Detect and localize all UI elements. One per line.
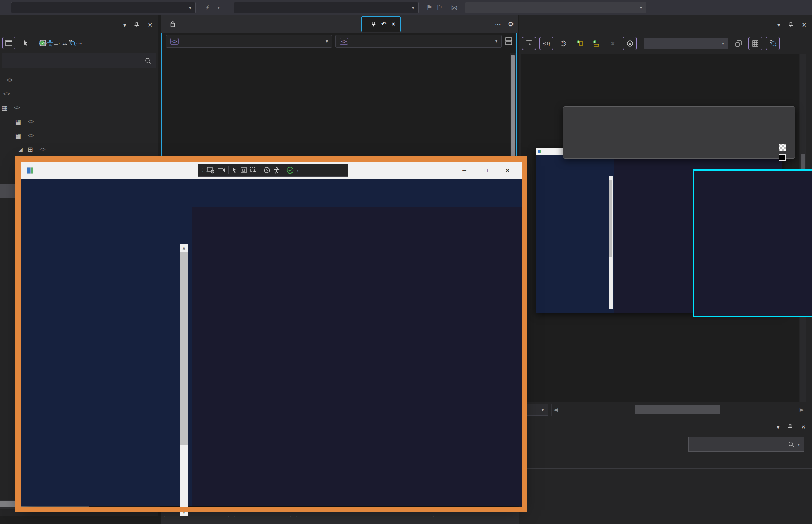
preview-mini-app-window xyxy=(536,148,782,313)
tree-row[interactable]: ▦ <> xyxy=(0,128,158,142)
pin-icon[interactable] xyxy=(787,424,793,430)
binding-error-search-input[interactable]: ▾ xyxy=(688,437,804,452)
mini-content xyxy=(614,155,782,313)
content-header-bar xyxy=(192,179,522,207)
tab-accessibility-checker[interactable] xyxy=(164,516,229,524)
hot-reload-settings-icon[interactable] xyxy=(207,167,214,174)
show-selection-button[interactable] xyxy=(522,37,536,50)
preview-zoom-dropdown[interactable]: ▼ xyxy=(521,404,548,416)
hot-reload-icon[interactable] xyxy=(263,167,270,174)
add-guide-ruler-button[interactable] xyxy=(590,37,603,50)
app-icon xyxy=(538,150,541,153)
tab-sample21-active[interactable]: ↶ ✕ xyxy=(361,16,401,32)
search-icon[interactable] xyxy=(788,441,794,447)
focus-preview-button[interactable] xyxy=(623,37,637,50)
select-window-button[interactable] xyxy=(2,37,15,49)
close-icon[interactable]: ✕ xyxy=(391,21,396,28)
palette-icon[interactable] xyxy=(557,37,570,50)
chevron-down-icon[interactable]: ▾ xyxy=(777,424,780,431)
app-icon xyxy=(27,167,33,174)
track-selected-element-button[interactable]: {} ↔ ⋯ xyxy=(54,37,66,49)
drag-handle[interactable]: ⋮⋮ xyxy=(201,169,204,171)
select-element-cursor-button[interactable] xyxy=(20,37,32,49)
bowtie-icon: ⋈ xyxy=(451,3,458,12)
border-element-icon: ▦ xyxy=(15,132,21,139)
scroll-right-icon[interactable]: ▶ xyxy=(800,407,804,412)
tooltip-title xyxy=(569,110,789,121)
preview-selection-button[interactable] xyxy=(54,37,61,49)
search-icon[interactable] xyxy=(145,58,151,64)
chevron-down-icon[interactable]: ▾ xyxy=(797,442,800,447)
track-selection-icon[interactable] xyxy=(250,167,257,173)
tree-row[interactable]: <> xyxy=(0,87,158,101)
show-grid-button[interactable] xyxy=(748,37,762,50)
tab-storyboard[interactable] xyxy=(161,15,181,33)
svg-text:}: } xyxy=(548,41,550,47)
gear-icon[interactable]: ⚙ xyxy=(508,20,514,28)
preview-toolbar: {} ✕ ▾ xyxy=(519,35,812,52)
breadcrumb-dropdown-right[interactable]: <> ▾ xyxy=(335,35,502,48)
debug-toolbar: ▾ ⚡ ▾ ▾ ⚑ ⚐ ⋈ ▾ xyxy=(0,0,812,15)
flag-icon[interactable]: ⚑ xyxy=(426,3,432,12)
tree-row[interactable]: <> xyxy=(0,73,158,87)
add-guide-column-button[interactable] xyxy=(573,37,586,50)
accessibility-icon[interactable] xyxy=(273,167,280,174)
camera-icon[interactable] xyxy=(218,167,225,173)
live-tree-search-input[interactable] xyxy=(2,53,156,68)
remove-guides-button[interactable]: ✕ xyxy=(606,37,619,50)
wrench-search-button[interactable] xyxy=(68,37,76,49)
tree-row[interactable]: ◢ ⊞ <> xyxy=(0,142,158,156)
close-icon[interactable]: ✕ xyxy=(147,22,152,28)
app-content xyxy=(192,179,522,506)
undo-icon[interactable]: ↶ xyxy=(381,20,386,28)
wrench-search-button[interactable] xyxy=(766,37,780,50)
display-adorners-icon[interactable] xyxy=(241,167,247,173)
scrollbar-thumb[interactable] xyxy=(635,405,720,414)
pin-icon[interactable] xyxy=(371,21,377,27)
pin-icon[interactable] xyxy=(134,22,140,28)
xaml-hot-reload-ok-icon[interactable]: {} xyxy=(38,37,47,49)
chevron-down-icon[interactable]: ▾ xyxy=(777,22,780,28)
maximize-button[interactable]: □ xyxy=(477,162,495,179)
scrollbar-thumb[interactable] xyxy=(180,252,188,445)
chevron-down-icon[interactable]: ▾ xyxy=(123,22,126,28)
scroll-left-icon[interactable]: ◀ xyxy=(554,407,558,412)
tab-overflow-button[interactable]: ⋯ xyxy=(495,20,501,28)
minimize-button[interactable]: – xyxy=(455,162,473,179)
editor-tab-bar: ↶ ✕ ⋯ ⚙ xyxy=(161,15,518,33)
scroll-down-icon[interactable]: ∨ xyxy=(180,509,188,515)
close-icon[interactable]: ✕ xyxy=(802,22,807,28)
tab-empty[interactable] xyxy=(296,516,434,524)
in-app-debug-toolbar: ⋮⋮ ‹ xyxy=(198,164,348,177)
mini-scrollbar[interactable] xyxy=(609,176,613,309)
breadcrumb-dropdown-left[interactable]: <> ▾ xyxy=(166,35,332,48)
process-dropdown[interactable]: ▾ xyxy=(11,2,196,13)
select-element-cursor-icon[interactable] xyxy=(232,167,238,173)
lock-icon xyxy=(170,21,175,27)
pin-icon[interactable] xyxy=(788,22,794,28)
tree-row[interactable]: ▦ <> xyxy=(0,115,158,128)
preview-window-dropdown[interactable]: ▾ xyxy=(644,38,728,49)
tab-xaml-binding-errors[interactable] xyxy=(234,516,291,524)
close-button[interactable]: ✕ xyxy=(499,162,516,179)
code-area[interactable] xyxy=(162,49,516,51)
preview-horizontal-scrollbar[interactable]: ◀ ▶ xyxy=(551,404,806,416)
new-window-icon[interactable] xyxy=(732,37,745,50)
chevron-down-icon: ▾ xyxy=(722,41,724,46)
scroll-up-icon[interactable]: ∧ xyxy=(180,245,188,251)
split-editor-icon[interactable] xyxy=(505,37,512,45)
horizontal-arrows-icon[interactable]: ↔ xyxy=(61,37,68,49)
stack-frame-dropdown[interactable]: ▾ xyxy=(465,2,646,13)
more-options-button[interactable]: ⋯ xyxy=(76,37,82,49)
close-icon[interactable]: ✕ xyxy=(801,424,806,431)
caret-expanded-icon[interactable]: ◢ xyxy=(18,146,28,152)
gallery-scrollbar[interactable]: ∧ ∨ xyxy=(180,244,188,516)
thread-dropdown[interactable]: ▾ xyxy=(234,2,419,13)
flag-outline-icon[interactable]: ⚐ xyxy=(436,3,442,12)
accessibility-checker-button[interactable] xyxy=(47,37,54,49)
tree-row[interactable]: ▦ <> xyxy=(0,101,158,115)
scrollbar-thumb[interactable] xyxy=(609,180,612,257)
collapse-toolbar-icon[interactable]: ‹ xyxy=(297,167,299,174)
xaml-ok-icon[interactable] xyxy=(286,167,294,174)
inspect-xaml-button[interactable]: {} xyxy=(539,37,553,50)
